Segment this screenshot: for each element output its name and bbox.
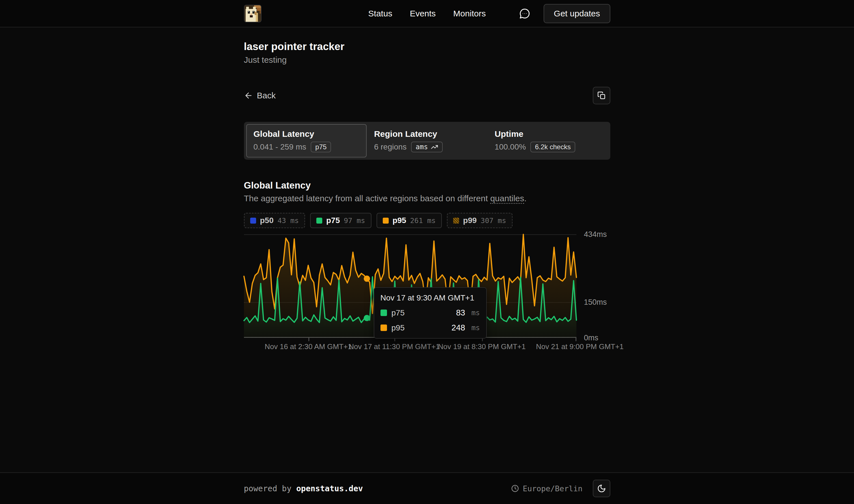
back-button[interactable]: Back — [244, 91, 276, 100]
x-tick-label: Nov 19 at 8:30 PM GMT+1 — [438, 342, 526, 351]
tab-title: Region Latency — [374, 129, 480, 139]
main-content: laser pointer tracker Just testing Back … — [0, 28, 854, 472]
trending-up-icon — [431, 143, 438, 151]
tab-uptime[interactable]: Uptime 100.00% 6.2k checks — [487, 124, 608, 158]
tab-global-latency[interactable]: Global Latency 0.041 - 259 ms p75 — [246, 124, 367, 158]
legend-value: 97 ms — [344, 217, 365, 225]
feedback-chat-button[interactable] — [518, 7, 531, 20]
tab-subtitle: 0.041 - 259 ms — [254, 142, 306, 151]
tab-title: Global Latency — [254, 129, 360, 139]
chart-tooltip: Nov 17 at 9:30 AM GMT+1 p75 83 ms p95 24… — [374, 287, 487, 339]
x-tick-label: Nov 16 at 2:30 AM GMT+1 — [265, 342, 352, 351]
tab-region-latency[interactable]: Region Latency 6 regions ams — [367, 124, 487, 158]
region-badge: ams — [411, 142, 442, 152]
cat-pixel-art — [244, 5, 261, 22]
legend-label: p75 — [326, 216, 340, 225]
legend-toggle-p75[interactable]: p75 97 ms — [310, 213, 371, 228]
copy-icon — [597, 91, 606, 100]
message-bubble-icon — [519, 7, 531, 19]
legend-toggle-p95[interactable]: p95 261 ms — [377, 213, 442, 228]
quantile-badge: p75 — [311, 142, 331, 152]
tooltip-value: 83 — [456, 308, 465, 318]
legend-label: p99 — [463, 216, 477, 225]
y-tick-label: 434ms — [584, 230, 607, 239]
legend-value: 43 ms — [278, 217, 299, 225]
top-navigation: Status Events Monitors Get updates — [0, 0, 854, 28]
back-label: Back — [257, 91, 276, 100]
legend-value: 307 ms — [480, 217, 506, 225]
x-tick-label: Nov 17 at 11:30 PM GMT+1 — [348, 342, 440, 351]
tab-subtitle: 100.00% — [495, 142, 526, 151]
x-axis: Nov 16 at 2:30 AM GMT+1Nov 17 at 11:30 P… — [244, 338, 576, 355]
x-tick-label: Nov 21 at 9:00 PM GMT+1 — [536, 342, 624, 351]
powered-by: powered by openstatus.dev — [244, 484, 363, 493]
nav-link-status[interactable]: Status — [368, 9, 393, 18]
page-subtitle: Just testing — [244, 55, 610, 65]
checks-badge: 6.2k checks — [530, 142, 575, 152]
section-title: Global Latency — [244, 180, 610, 191]
tooltip-label: p95 — [392, 323, 405, 332]
p75-swatch — [316, 218, 322, 223]
chart-plot-area[interactable]: Nov 17 at 9:30 AM GMT+1 p75 83 ms p95 24… — [244, 234, 576, 338]
nav-link-events[interactable]: Events — [410, 9, 436, 18]
nav-links: Status Events Monitors — [368, 9, 486, 18]
tooltip-unit: ms — [471, 324, 480, 332]
tab-title: Uptime — [495, 129, 601, 139]
description-period: . — [524, 194, 526, 203]
legend-value: 261 ms — [410, 217, 436, 225]
tooltip-timestamp: Nov 17 at 9:30 AM GMT+1 — [381, 293, 480, 303]
moon-icon — [597, 484, 606, 493]
tooltip-row-p95: p95 248 ms — [381, 323, 480, 332]
legend-toggle-p99[interactable]: p99 307 ms — [447, 213, 512, 228]
tab-subtitle: 6 regions — [374, 142, 406, 151]
clock-icon — [511, 484, 519, 493]
region-badge-label: ams — [416, 143, 428, 151]
x-tick-mark — [308, 338, 309, 341]
theme-toggle-button[interactable] — [593, 480, 610, 497]
y-axis: 434ms150ms0ms — [576, 234, 610, 338]
tooltip-value: 248 — [452, 323, 465, 332]
legend-label: p50 — [260, 216, 274, 225]
legend-toggle-p50[interactable]: p50 43 ms — [244, 213, 305, 228]
y-tick-label: 150ms — [584, 298, 607, 307]
p95-swatch — [383, 218, 389, 223]
description-text: The aggregated latency from all active r… — [244, 194, 490, 203]
p95-swatch — [381, 324, 387, 331]
timezone-display: Europe/Berlin — [511, 484, 582, 493]
openstatus-link[interactable]: openstatus.dev — [296, 484, 363, 493]
get-updates-button[interactable]: Get updates — [544, 4, 610, 23]
powered-by-prefix: powered by — [244, 484, 296, 493]
x-tick-mark — [576, 338, 576, 341]
copy-link-button[interactable] — [593, 87, 610, 104]
quantiles-link[interactable]: quantiles — [490, 194, 524, 204]
timezone-label: Europe/Berlin — [523, 484, 582, 493]
section-description: The aggregated latency from all active r… — [244, 194, 610, 203]
y-tick-label: 0ms — [584, 334, 598, 342]
p99-swatch — [453, 218, 459, 223]
chart-legend: p50 43 ms p75 97 ms p95 261 ms p99 307 m… — [244, 213, 610, 228]
tooltip-label: p75 — [392, 308, 405, 318]
latency-chart: Nov 17 at 9:30 AM GMT+1 p75 83 ms p95 24… — [244, 234, 610, 355]
legend-label: p95 — [393, 216, 406, 225]
page-footer: powered by openstatus.dev Europe/Berlin — [0, 472, 854, 504]
logo-cat-image[interactable] — [244, 5, 261, 22]
tooltip-row-p75: p75 83 ms — [381, 308, 480, 318]
page-title: laser pointer tracker — [244, 40, 610, 53]
p75-swatch — [381, 309, 387, 316]
nav-link-monitors[interactable]: Monitors — [453, 9, 486, 18]
arrow-left-icon — [244, 91, 253, 100]
metric-tabs: Global Latency 0.041 - 259 ms p75 Region… — [244, 122, 610, 160]
p50-swatch — [250, 218, 256, 223]
tooltip-unit: ms — [471, 309, 480, 317]
